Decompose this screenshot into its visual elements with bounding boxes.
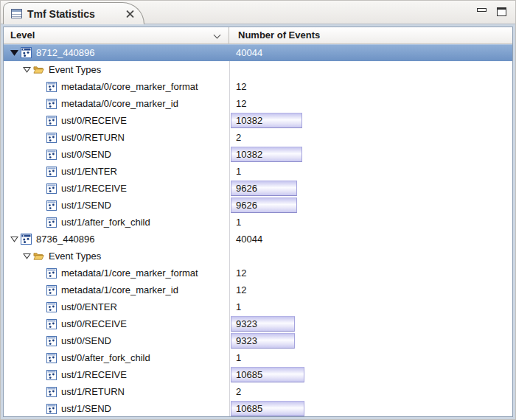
event-icon [46,98,57,109]
event-icon [46,200,57,211]
expander-spacer [33,369,46,381]
row-label: 8712_440896 [36,47,95,58]
tree-row[interactable]: ust/1/ENTER1 [4,163,512,180]
view-tab-strip: Tmf Statistics [1,1,515,24]
row-label: ust/1/after_fork_child [61,217,150,228]
tree-row[interactable]: 8736_44089640044 [4,231,512,248]
level-cell: 8712_440896 [4,44,229,61]
tree-row[interactable]: metadata/1/core_marker_id12 [4,281,512,298]
tree-row[interactable]: Event Types [4,61,512,78]
expander-spacer [33,352,46,364]
expander-spacer [33,403,46,415]
level-cell: metadata/0/core_marker_id [4,95,229,112]
row-label: metadata/0/core_marker_format [61,81,198,92]
level-cell: ust/0/SEND [4,332,229,349]
level-cell: 8736_440896 [4,231,229,248]
level-cell: ust/1/after_fork_child [4,214,229,231]
expander-spacer [33,284,46,296]
column-header-level[interactable]: Level [4,27,229,43]
tree-row[interactable]: ust/0/RECEIVE9323 [4,315,512,332]
expander-spacer [33,301,46,313]
expander-spacer [33,386,46,398]
tree-row[interactable]: ust/1/RECEIVE10685 [4,366,512,383]
expander-spacer [33,81,46,93]
column-header-events-label: Number of Events [238,29,320,41]
tree-row[interactable]: ust/1/SEND10685 [4,400,512,416]
events-cell: 10685 [229,366,512,383]
tree-row[interactable]: ust/0/SEND10382 [4,146,512,163]
row-label: ust/1/SEND [61,403,111,414]
tree-row[interactable]: metadata/0/core_marker_id12 [4,95,512,112]
level-cell: ust/1/RECEIVE [4,180,229,197]
chevron-down-icon[interactable] [215,32,220,38]
tree-row[interactable]: ust/1/RECEIVE9626 [4,180,512,197]
row-value: 9626 [236,183,257,194]
maximize-icon[interactable] [497,7,506,16]
tree-row[interactable]: Event Types [4,248,512,265]
row-label: ust/0/RETURN [61,132,125,143]
events-cell: 1 [229,298,512,315]
row-label: ust/1/SEND [61,200,111,211]
expander-icon[interactable] [21,251,33,262]
statistics-table-icon [11,9,22,18]
row-label: metadata/1/core_marker_format [61,267,198,279]
expander-spacer [33,149,46,161]
event-icon [46,301,57,312]
events-cell: 9626 [229,197,512,214]
row-label: ust/0/after_fork_child [61,352,150,363]
row-value: 9323 [236,335,257,346]
tree-row[interactable]: metadata/0/core_marker_format12 [4,78,512,95]
view-controls [477,7,506,16]
tree-row[interactable]: ust/1/RETURN2 [4,383,512,400]
row-value: 12 [236,81,246,92]
row-label: ust/0/RECEIVE [61,115,127,126]
events-cell: 40044 [229,231,512,248]
event-icon [46,166,57,177]
events-cell: 1 [229,163,512,180]
expander-spacer [33,217,46,228]
view-body: Level Number of Events 8712_44089640044 … [1,24,515,419]
row-label: ust/0/SEND [61,149,111,160]
expander-spacer [33,335,46,347]
tree-row[interactable]: ust/0/ENTER1 [4,298,512,315]
expander-icon[interactable] [8,47,21,59]
expander-icon[interactable] [21,64,33,76]
tree-row[interactable]: ust/0/SEND9323 [4,332,512,349]
tree-row[interactable]: ust/0/RETURN2 [4,129,512,146]
event-icon [46,217,57,228]
tree-row[interactable]: 8712_44089640044 [4,44,512,61]
tab-tmf-statistics[interactable]: Tmf Statistics [3,2,144,24]
expander-spacer [33,166,46,178]
event-icon [46,335,57,346]
row-value: 2 [236,132,241,143]
tree-row[interactable]: ust/0/RECEIVE10382 [4,112,512,129]
row-value: 12 [236,284,246,295]
row-value: 40044 [236,234,262,245]
column-header-level-label: Level [10,29,35,41]
event-icon [46,115,57,126]
level-cell: ust/0/RECEIVE [4,112,229,129]
events-cell: 12 [229,281,512,298]
row-value: 2 [236,386,241,397]
events-cell: 2 [229,383,512,400]
close-icon[interactable] [125,9,135,18]
events-cell [229,248,512,265]
level-cell: metadata/0/core_marker_format [4,78,229,95]
event-icon [46,81,57,92]
tree-row[interactable]: ust/1/after_fork_child1 [4,214,512,231]
tree-row[interactable]: metadata/1/core_marker_format12 [4,265,512,281]
tree-row[interactable]: ust/1/SEND9626 [4,197,512,214]
minimize-icon[interactable] [477,8,487,12]
row-value: 1 [236,301,241,312]
event-icon [46,183,57,194]
expander-spacer [33,318,46,330]
event-icon [46,403,57,414]
tree-row[interactable]: ust/0/after_fork_child1 [4,349,512,366]
expander-icon[interactable] [8,234,21,245]
event-icon [46,386,57,397]
events-cell: 12 [229,78,512,95]
column-header-number-of-events[interactable]: Number of Events [230,27,512,43]
events-cell: 10382 [229,112,512,129]
row-value: 40044 [236,47,262,58]
events-cell: 2 [229,129,512,146]
